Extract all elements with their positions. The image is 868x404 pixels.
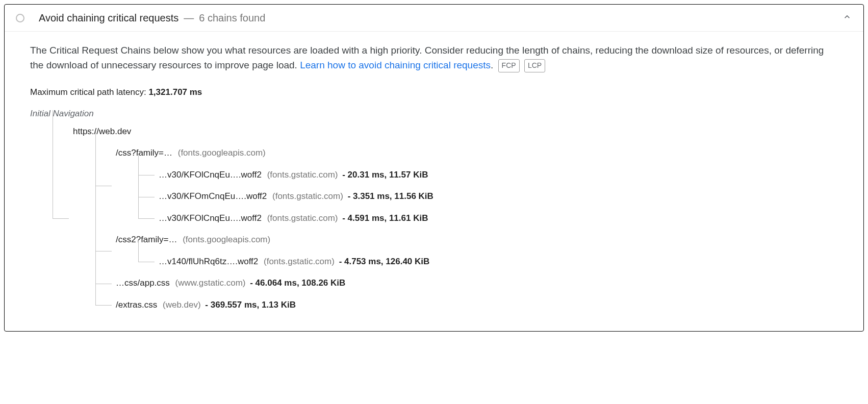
node-stats: - 3.351 ms, 11.56 KiB [348, 191, 433, 201]
node-path: …v30/KFOlCnqEu….woff2 [159, 170, 262, 180]
node-stats: - 20.31 ms, 11.57 KiB [342, 170, 428, 180]
tree-node: …css/app.css (www.gstatic.com) - 46.064 … [95, 272, 838, 294]
node-path: …v140/flUhRq6tz….woff2 [159, 257, 258, 266]
audit-body: The Critical Request Chains below show y… [5, 32, 863, 331]
request-chain-tree: https://web.dev /css?family=… (fonts.goo… [30, 121, 838, 316]
tree-node: /css2?family=… (fonts.googleapis.com)…v1… [95, 229, 838, 272]
node-host: (web.dev) [163, 300, 201, 310]
node-host: (fonts.gstatic.com) [267, 213, 338, 223]
status-circle-icon [16, 14, 24, 22]
node-path: …v30/KFOlCnqEu….woff2 [159, 213, 262, 223]
node-path: …css/app.css [116, 278, 170, 288]
tree-node: …v140/flUhRq6tz….woff2 (fonts.gstatic.co… [138, 251, 838, 273]
lcp-pill: LCP [524, 59, 545, 72]
audit-card: Avoid chaining critical requests — 6 cha… [4, 4, 864, 332]
node-stats: - 46.064 ms, 108.26 KiB [250, 278, 345, 288]
node-host: (fonts.gstatic.com) [267, 170, 338, 180]
node-stats: - 369.557 ms, 1.13 KiB [205, 300, 296, 310]
fcp-pill: FCP [498, 59, 520, 72]
node-stats: - 4.753 ms, 126.40 KiB [339, 257, 430, 266]
tree-node: …v30/KFOlCnqEu….woff2 (fonts.gstatic.com… [138, 208, 838, 230]
node-stats: - 4.591 ms, 11.61 KiB [342, 213, 428, 223]
audit-header[interactable]: Avoid chaining critical requests — 6 cha… [5, 5, 863, 32]
tree-node: /css?family=… (fonts.googleapis.com)…v30… [95, 142, 838, 229]
node-host: (fonts.googleapis.com) [178, 148, 266, 158]
node-path: https://web.dev [73, 127, 131, 136]
tree-node-root: https://web.dev /css?family=… (fonts.goo… [53, 121, 838, 316]
audit-title: Avoid chaining critical requests — 6 cha… [39, 12, 836, 24]
tree-root-label: Initial Navigation [30, 109, 838, 119]
node-host: (www.gstatic.com) [175, 278, 246, 288]
latency-value: 1,321.707 ms [148, 87, 202, 97]
node-path: /css2?family=… [116, 235, 177, 244]
audit-title-separator: — [184, 12, 194, 24]
audit-description: The Critical Request Chains below show y… [30, 43, 838, 73]
audit-chain-count: 6 chains found [199, 12, 265, 24]
tree-node: /extras.css (web.dev) - 369.557 ms, 1.13… [95, 294, 838, 316]
audit-title-text: Avoid chaining critical requests [39, 12, 178, 24]
tree-node: …v30/KFOlCnqEu….woff2 (fonts.gstatic.com… [138, 164, 838, 186]
node-path: /extras.css [116, 300, 157, 310]
node-host: (fonts.googleapis.com) [183, 235, 270, 244]
node-path: /css?family=… [116, 148, 172, 158]
latency-line: Maximum critical path latency: 1,321.707… [30, 87, 838, 97]
tree-node: …v30/KFOmCnqEu….woff2 (fonts.gstatic.com… [138, 186, 838, 208]
latency-label: Maximum critical path latency: [30, 87, 148, 97]
chevron-up-icon[interactable] [842, 12, 852, 24]
learn-more-link[interactable]: Learn how to avoid chaining critical req… [300, 60, 491, 70]
node-host: (fonts.gstatic.com) [272, 191, 343, 201]
node-path: …v30/KFOmCnqEu….woff2 [159, 191, 267, 201]
description-after: . [491, 60, 493, 70]
node-host: (fonts.gstatic.com) [264, 257, 335, 266]
